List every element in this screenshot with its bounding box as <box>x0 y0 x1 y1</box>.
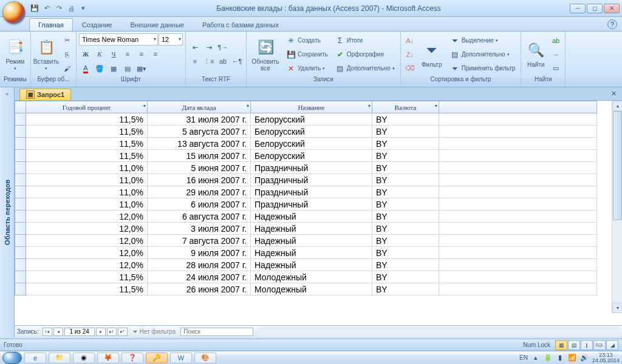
tray-flag-icon[interactable]: ▴ <box>531 354 540 362</box>
cell-date[interactable]: 31 июля 2007 г. <box>148 113 251 126</box>
recnav-next-icon[interactable]: ▸ <box>96 328 106 336</box>
cell-title[interactable]: Праздничный <box>251 162 372 174</box>
tab-external-data[interactable]: Внешние данные <box>121 18 193 31</box>
pivot-chart-view-btn[interactable]: ⫿ <box>581 340 593 350</box>
cell-percent[interactable]: 11,5% <box>26 113 148 126</box>
advanced-filter-button[interactable]: ▤Дополнительно▾ <box>447 48 519 61</box>
numbering-icon[interactable]: ≡ <box>188 55 202 68</box>
recnav-first-icon[interactable]: I◂ <box>43 328 52 336</box>
row-selector[interactable] <box>15 198 26 211</box>
cell-date[interactable]: 15 июля 2007 г. <box>148 150 251 162</box>
cell-percent[interactable]: 11,5% <box>26 283 148 295</box>
spelling-button[interactable]: ✔Орфография <box>332 48 398 61</box>
highlight-icon[interactable]: ab <box>216 55 230 68</box>
cell-date[interactable]: 29 июля 2007 г. <box>148 186 251 198</box>
cell-title[interactable]: Надежный <box>251 259 372 271</box>
taskbar-ie-icon[interactable]: e <box>24 352 46 363</box>
cell-currency[interactable]: BY <box>372 113 439 126</box>
replace-icon[interactable]: ab <box>549 34 562 47</box>
row-selector[interactable] <box>15 174 26 186</box>
redo-icon[interactable]: ↷ <box>53 3 64 14</box>
print-icon[interactable]: 🖨 <box>66 3 77 14</box>
navpane-expand-icon[interactable]: » <box>2 90 12 98</box>
totals-button[interactable]: ΣИтоги <box>332 34 398 47</box>
cell-percent[interactable]: 11,0% <box>26 198 148 211</box>
table-row[interactable]: 11,0%5 июня 2007 г.ПраздничныйBY <box>15 162 597 174</box>
document-close-icon[interactable]: ✕ <box>609 89 618 98</box>
cell-percent[interactable]: 11,5% <box>26 138 148 150</box>
format-painter-icon[interactable]: 🖌 <box>60 62 73 75</box>
cell-title[interactable]: Молодежный <box>251 283 372 295</box>
row-selector[interactable] <box>15 113 26 126</box>
taskbar-word-icon[interactable]: W <box>170 352 192 363</box>
taskbar-firefox-icon[interactable]: 🦊 <box>97 352 119 363</box>
paste-button[interactable]: 📋 Вставить ▾ <box>33 33 59 76</box>
cell-currency[interactable]: BY <box>372 162 439 174</box>
selection-filter-button[interactable]: ⏷Выделение▾ <box>447 34 519 47</box>
sort-asc-icon[interactable]: A↓ <box>403 34 417 47</box>
table-row[interactable]: 11,0%29 июля 2007 г.ПраздничныйBY <box>15 186 597 198</box>
help-icon[interactable]: ? <box>607 19 617 29</box>
table-row[interactable]: 12,0%6 августа 2007 г.НадежныйBY <box>15 211 597 223</box>
column-dropdown-icon[interactable]: ▾ <box>368 103 371 109</box>
cell-percent[interactable]: 11,5% <box>26 271 148 283</box>
cell-empty[interactable] <box>439 259 597 271</box>
cell-date[interactable]: 5 июня 2007 г. <box>148 162 251 174</box>
filter-button[interactable]: ⏷ Фильтр <box>418 33 446 76</box>
cell-title[interactable]: Надежный <box>251 247 372 259</box>
gridlines-icon[interactable]: ▦ <box>107 62 120 76</box>
borders-icon[interactable]: ▦▾ <box>135 62 148 76</box>
cell-title[interactable]: Молодежный <box>251 271 372 283</box>
more-records-button[interactable]: ▤Дополнительно▾ <box>332 62 398 75</box>
goto-icon[interactable]: → <box>549 48 562 61</box>
datasheet-table[interactable]: Годовой процент▾Дата вклада▾Название▾Вал… <box>15 101 597 295</box>
cell-empty[interactable] <box>439 247 597 259</box>
cell-currency[interactable]: BY <box>372 198 439 211</box>
cell-percent[interactable]: 11,0% <box>26 162 148 174</box>
copy-icon[interactable]: ⎘ <box>60 48 73 61</box>
pivot-table-view-btn[interactable]: ▤ <box>568 340 580 350</box>
cell-currency[interactable]: BY <box>372 186 439 198</box>
cell-title[interactable]: Белорусский <box>251 138 372 150</box>
cell-empty[interactable] <box>439 138 597 150</box>
taskbar-chrome-icon[interactable]: ◉ <box>73 352 95 363</box>
close-button[interactable]: ✕ <box>604 4 620 13</box>
scroll-down-icon[interactable]: ▾ <box>612 303 622 313</box>
table-row[interactable]: 12,0%28 июля 2007 г.НадежныйBY <box>15 259 597 271</box>
table-row[interactable]: 12,0%3 июля 2007 г.НадежныйBY <box>15 223 597 235</box>
cell-currency[interactable]: BY <box>372 259 439 271</box>
table-row[interactable]: 11,5%31 июля 2007 г.БелорусскийBY <box>15 113 597 126</box>
document-tab[interactable]: ▦ Запрос1 <box>19 89 71 100</box>
column-dropdown-icon[interactable]: ▾ <box>247 103 249 109</box>
cut-icon[interactable]: ✂ <box>60 34 73 47</box>
view-button[interactable]: 📑 Режим ▾ <box>2 33 28 76</box>
underline-icon[interactable]: Ч <box>107 47 120 61</box>
table-row[interactable]: 12,0%7 августа 2007 г.НадежныйBY <box>15 235 597 247</box>
taskbar-help-icon[interactable]: ❓ <box>121 352 143 363</box>
cell-currency[interactable]: BY <box>372 283 439 295</box>
tab-database-tools[interactable]: Работа с базами данных <box>193 18 288 31</box>
column-dropdown-icon[interactable]: ▾ <box>143 103 146 109</box>
bold-icon[interactable]: Ж <box>79 47 92 61</box>
row-selector[interactable] <box>15 211 26 223</box>
table-row[interactable]: 11,5%24 июля 2007 г.МолодежныйBY <box>15 271 597 283</box>
tab-create[interactable]: Создание <box>73 18 121 31</box>
row-selector[interactable] <box>15 138 26 150</box>
cell-date[interactable]: 5 августа 2007 г. <box>148 126 251 138</box>
cell-date[interactable]: 9 июля 2007 г. <box>148 247 251 259</box>
cell-date[interactable]: 7 августа 2007 г. <box>148 235 251 247</box>
cell-date[interactable]: 6 июля 2007 г. <box>148 198 251 211</box>
row-selector[interactable] <box>15 186 26 198</box>
cell-currency[interactable]: BY <box>372 126 439 138</box>
sort-desc-icon[interactable]: Z↓ <box>403 48 417 61</box>
cell-title[interactable]: Белорусский <box>251 126 372 138</box>
cell-title[interactable]: Праздничный <box>251 198 372 211</box>
recnav-prev-icon[interactable]: ◂ <box>53 328 63 336</box>
cell-currency[interactable]: BY <box>372 138 439 150</box>
tab-home[interactable]: Главная <box>29 18 73 31</box>
scroll-thumb[interactable] <box>613 111 622 220</box>
cell-empty[interactable] <box>439 186 597 198</box>
cell-percent[interactable]: 12,0% <box>26 247 148 259</box>
column-header-date[interactable]: Дата вклада▾ <box>148 101 251 113</box>
maximize-button[interactable]: ◻ <box>587 4 603 13</box>
